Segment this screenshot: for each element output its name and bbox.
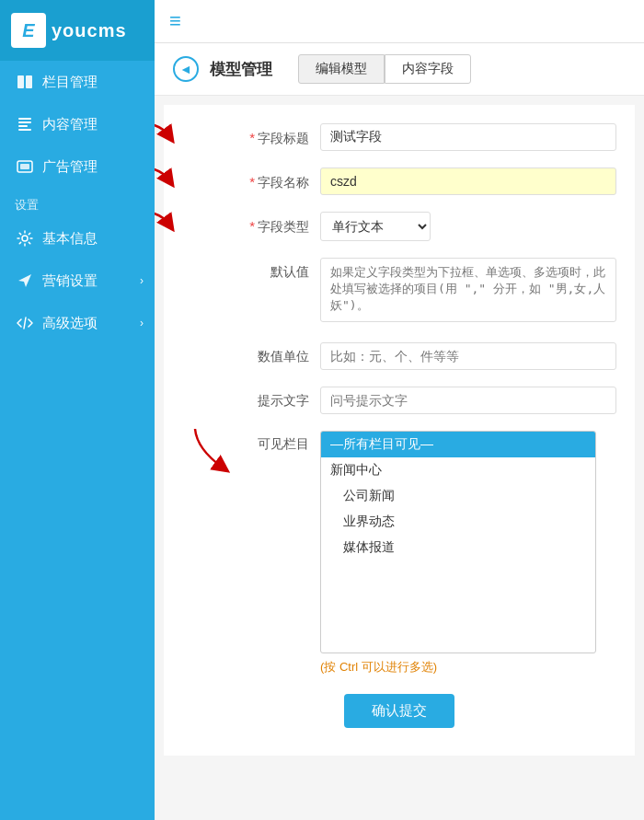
default-value-control [320, 258, 616, 326]
numeric-unit-label: 数值单位 [237, 342, 320, 365]
sidebar-item-marketing[interactable]: 营销设置 › [0, 260, 155, 302]
listbox-item-news[interactable]: 新闻中心 [321, 457, 595, 483]
listbox-item-industry[interactable]: 业界动态 [321, 509, 595, 535]
listbox-hint: (按 Ctrl 可以进行多选) [320, 659, 616, 676]
arrow-field-name [155, 164, 180, 197]
sidebar-item-marketing-label: 营销设置 [42, 272, 98, 290]
listbox-item-media[interactable]: 媒体报道 [321, 535, 595, 560]
send-icon [15, 271, 35, 291]
svg-line-9 [24, 318, 26, 329]
main-area: ≡ ◄ 模型管理 编辑模型 内容字段 *字段标题 [155, 0, 644, 820]
page-title: 模型管理 [210, 59, 272, 80]
svg-rect-5 [18, 129, 31, 131]
gear-icon [15, 228, 35, 248]
svg-point-8 [22, 236, 28, 241]
back-icon: ◄ [179, 62, 192, 76]
content-icon [15, 114, 35, 134]
default-value-row: 默认值 [182, 258, 616, 326]
field-title-row: *字段标题 [182, 123, 616, 151]
logo: E youcms [0, 0, 155, 61]
svg-rect-3 [18, 121, 31, 123]
numeric-unit-row: 数值单位 [182, 342, 616, 370]
field-name-label: *字段名称 [237, 167, 320, 191]
sidebar-item-columns-label: 栏目管理 [42, 74, 98, 91]
svg-rect-4 [18, 125, 28, 127]
chevron-right-icon-2: › [140, 317, 144, 329]
svg-rect-0 [17, 75, 24, 88]
field-name-input[interactable] [320, 167, 616, 195]
visible-columns-row: 可见栏目 —所有栏目可见— 新闻中心 公司新闻 业界动态 媒体报道 (按 Ctr… [182, 431, 616, 676]
topbar: ≡ [155, 0, 644, 43]
hint-text-control [320, 387, 616, 414]
default-value-textarea[interactable] [320, 258, 616, 322]
arrow-field-title [155, 120, 180, 153]
field-title-label: *字段标题 [237, 123, 320, 147]
numeric-unit-control [320, 342, 616, 370]
sidebar-item-content-label: 内容管理 [42, 116, 98, 133]
listbox-inner[interactable]: —所有栏目可见— 新闻中心 公司新闻 业界动态 媒体报道 [321, 432, 595, 653]
tab-content-fields[interactable]: 内容字段 [385, 54, 471, 84]
listbox-item-all[interactable]: —所有栏目可见— [321, 432, 595, 457]
field-name-control [320, 167, 616, 195]
tab-edit-model[interactable]: 编辑模型 [298, 54, 385, 84]
arrow-visible-columns [186, 422, 241, 477]
chevron-right-icon: › [140, 274, 144, 287]
field-title-input[interactable] [320, 123, 616, 151]
arrow-field-type [155, 208, 180, 241]
svg-rect-2 [18, 118, 31, 120]
tab-bar: 编辑模型 内容字段 [298, 54, 471, 84]
code-icon [15, 313, 35, 333]
field-type-row: *字段类型 单行文本 多行文本 数字 日期 图片 文件 [182, 212, 616, 241]
field-name-row: *字段名称 [182, 167, 616, 195]
sidebar-item-basic[interactable]: 基本信息 [0, 217, 155, 260]
field-title-control [320, 123, 616, 151]
sidebar-item-ads[interactable]: 广告管理 [0, 145, 155, 188]
sidebar-item-advanced[interactable]: 高级选项 › [0, 302, 155, 344]
visible-columns-label: 可见栏目 [237, 431, 320, 453]
field-type-control: 单行文本 多行文本 数字 日期 图片 文件 [320, 212, 616, 241]
logo-icon: E [11, 13, 46, 48]
svg-rect-1 [26, 75, 32, 88]
visible-columns-listbox: —所有栏目可见— 新闻中心 公司新闻 业界动态 媒体报道 [320, 431, 596, 653]
visible-columns-control: —所有栏目可见— 新闻中心 公司新闻 业界动态 媒体报道 (按 Ctrl 可以进… [320, 431, 616, 676]
default-value-label: 默认值 [237, 258, 320, 281]
field-type-label: *字段类型 [237, 212, 320, 236]
sidebar-item-ads-label: 广告管理 [42, 158, 98, 176]
columns-icon [15, 72, 35, 92]
numeric-unit-input[interactable] [320, 342, 616, 370]
back-button[interactable]: ◄ [173, 56, 199, 82]
hamburger-icon[interactable]: ≡ [169, 9, 181, 33]
hint-text-label: 提示文字 [237, 387, 320, 410]
sidebar-item-basic-label: 基本信息 [42, 230, 98, 248]
page-header: ◄ 模型管理 编辑模型 内容字段 [155, 43, 644, 96]
content-area: ◄ 模型管理 编辑模型 内容字段 *字段标题 [155, 43, 644, 820]
ads-icon [15, 156, 35, 177]
form-container: *字段标题 *字段名称 [164, 105, 635, 756]
sidebar: E youcms 栏目管理 内容管 [0, 0, 155, 820]
listbox-item-company-news[interactable]: 公司新闻 [321, 483, 595, 509]
field-type-select[interactable]: 单行文本 多行文本 数字 日期 图片 文件 [320, 212, 431, 241]
sidebar-item-advanced-label: 高级选项 [42, 315, 98, 332]
sidebar-item-content[interactable]: 内容管理 [0, 103, 155, 145]
hint-text-input[interactable] [320, 387, 616, 414]
hint-text-row: 提示文字 [182, 387, 616, 414]
settings-group-label: 设置 [0, 188, 155, 217]
logo-text: youcms [52, 20, 127, 41]
sidebar-item-columns[interactable]: 栏目管理 [0, 61, 155, 103]
submit-button[interactable]: 确认提交 [344, 694, 454, 728]
svg-rect-7 [20, 164, 29, 169]
sidebar-nav: 栏目管理 内容管理 广告管理 [0, 61, 155, 344]
